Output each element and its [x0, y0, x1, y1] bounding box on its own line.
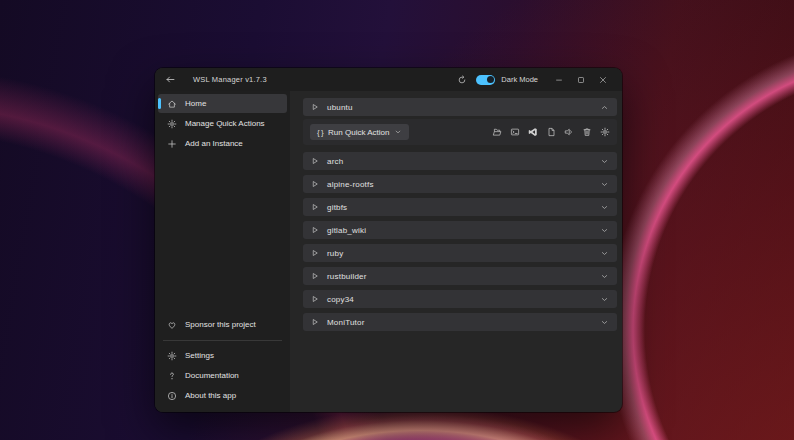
dark-mode-toggle[interactable]: [476, 75, 495, 85]
instance-row-gitbfs[interactable]: gitbfs: [303, 198, 617, 216]
chevron-down-icon[interactable]: [600, 157, 609, 166]
instance-row-copy34[interactable]: copy34: [303, 290, 617, 308]
instance-row-ruby[interactable]: ruby: [303, 244, 617, 262]
instance-row-alpine-rootfs[interactable]: alpine-rootfs: [303, 175, 617, 193]
back-arrow-icon: [165, 74, 176, 85]
app-body: HomeManage Quick ActionsAdd an Instance …: [155, 91, 622, 412]
sidebar-item-label: About this app: [185, 391, 236, 400]
instance-name: gitlab_wiki: [327, 226, 366, 235]
refresh-icon: [457, 75, 467, 85]
window-title: WSL Manager v1.7.3: [193, 75, 267, 84]
sidebar-footer-primary: Sponsor this project: [155, 315, 290, 335]
instance-name: arch: [327, 157, 343, 166]
chevron-down-icon[interactable]: [600, 318, 609, 327]
sidebar-item-manage-quick-actions[interactable]: Manage Quick Actions: [158, 114, 287, 133]
instance-settings-button[interactable]: [600, 127, 610, 137]
play-icon[interactable]: [311, 272, 319, 280]
play-icon[interactable]: [311, 226, 319, 234]
play-icon[interactable]: [311, 318, 319, 326]
run-quick-action-label: Run Quick Action: [328, 128, 389, 137]
dark-mode-label: Dark Mode: [501, 75, 538, 84]
chevron-down-icon[interactable]: [600, 249, 609, 258]
chevron-down-icon[interactable]: [600, 226, 609, 235]
maximize-button[interactable]: [570, 71, 592, 89]
minimize-button[interactable]: [548, 71, 570, 89]
run-quick-action-button[interactable]: { } Run Quick Action: [310, 124, 409, 140]
gear-icon: [167, 119, 177, 129]
sidebar-item-label: Documentation: [185, 371, 239, 380]
instance-list: archalpine-rootfsgitbfsgitlab_wikirubyru…: [303, 152, 617, 331]
instance-name: copy34: [327, 295, 354, 304]
copy-button[interactable]: [546, 127, 556, 137]
instance-row-rustbuilder[interactable]: rustbuilder: [303, 267, 617, 285]
chevron-down-icon[interactable]: [600, 272, 609, 281]
back-button[interactable]: [165, 74, 176, 85]
sidebar-item-documentation[interactable]: Documentation: [158, 366, 287, 385]
instance-name: ruby: [327, 249, 343, 258]
selection-indicator: [158, 98, 161, 109]
titlebar: WSL Manager v1.7.3 Dark Mode: [155, 68, 622, 91]
plus-icon: [167, 139, 177, 149]
sidebar-item-settings[interactable]: Settings: [158, 346, 287, 365]
minimize-icon: [554, 75, 564, 85]
expanded-instance-card: ubuntu { } Run Quick Action: [303, 98, 617, 145]
sidebar-item-label: Add an Instance: [185, 139, 243, 148]
vscode-icon: [528, 127, 538, 137]
instance-row-monitutor[interactable]: MoniTutor: [303, 313, 617, 331]
sidebar-divider: [163, 340, 282, 341]
sidebar: HomeManage Quick ActionsAdd an Instance …: [155, 91, 290, 412]
instance-actions: [492, 127, 610, 137]
gear-icon: [167, 351, 177, 361]
open-terminal-button[interactable]: [510, 127, 520, 137]
instance-name: rustbuilder: [327, 272, 367, 281]
speaker-icon: [564, 127, 574, 137]
sidebar-item-sponsor-this-project[interactable]: Sponsor this project: [158, 315, 287, 334]
export-button[interactable]: [564, 127, 574, 137]
instance-row-gitlab-wiki[interactable]: gitlab_wiki: [303, 221, 617, 239]
sidebar-item-label: Settings: [185, 351, 214, 360]
chevron-down-icon[interactable]: [600, 180, 609, 189]
refresh-button[interactable]: [457, 75, 467, 85]
instance-row-ubuntu[interactable]: ubuntu: [303, 98, 617, 116]
sidebar-item-label: Sponsor this project: [185, 320, 256, 329]
sidebar-item-home[interactable]: Home: [158, 94, 287, 113]
chevron-up-icon[interactable]: [600, 103, 609, 112]
braces-icon: { }: [317, 128, 323, 137]
sidebar-item-add-an-instance[interactable]: Add an Instance: [158, 134, 287, 153]
copy-icon: [546, 127, 556, 137]
play-icon[interactable]: [311, 180, 319, 188]
folder-open-icon: [492, 127, 502, 137]
sidebar-item-label: Manage Quick Actions: [185, 119, 265, 128]
question-icon: [167, 371, 177, 381]
titlebar-right: Dark Mode: [457, 71, 614, 89]
instance-row-arch[interactable]: arch: [303, 152, 617, 170]
play-icon[interactable]: [311, 103, 319, 111]
toggle-knob: [487, 76, 494, 83]
close-button[interactable]: [592, 71, 614, 89]
desktop-wallpaper: WSL Manager v1.7.3 Dark Mode: [0, 0, 794, 440]
info-icon: [167, 391, 177, 401]
play-icon[interactable]: [311, 249, 319, 257]
sidebar-item-about-this-app[interactable]: About this app: [158, 386, 287, 405]
open-folder-button[interactable]: [492, 127, 502, 137]
trash-icon: [582, 127, 592, 137]
chevron-down-icon[interactable]: [600, 295, 609, 304]
instance-name: ubuntu: [327, 103, 353, 112]
home-icon: [167, 99, 177, 109]
sidebar-nav: HomeManage Quick ActionsAdd an Instance: [155, 94, 290, 154]
close-icon: [598, 75, 608, 85]
sidebar-item-label: Home: [185, 99, 206, 108]
instance-name: MoniTutor: [327, 318, 365, 327]
gear-icon: [600, 127, 610, 137]
maximize-icon: [576, 75, 586, 85]
instance-name: alpine-rootfs: [327, 180, 374, 189]
open-vscode-button[interactable]: [528, 127, 538, 137]
chevron-down-icon: [394, 128, 402, 136]
play-icon[interactable]: [311, 157, 319, 165]
play-icon[interactable]: [311, 203, 319, 211]
app-window: WSL Manager v1.7.3 Dark Mode: [155, 68, 622, 412]
delete-button[interactable]: [582, 127, 592, 137]
terminal-icon: [510, 127, 520, 137]
chevron-down-icon[interactable]: [600, 203, 609, 212]
play-icon[interactable]: [311, 295, 319, 303]
